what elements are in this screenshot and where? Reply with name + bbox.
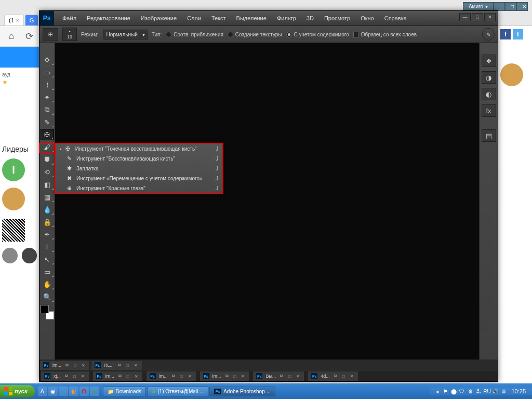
dodge-tool[interactable]: 🔒 <box>41 216 54 228</box>
ql-torrent-icon[interactable]: μ <box>90 387 99 396</box>
tray-icon[interactable]: ◂ <box>433 388 441 395</box>
radio-proximity[interactable]: Соотв. приближения <box>166 32 223 37</box>
zoom-tool[interactable]: 🔍 <box>41 291 54 302</box>
marquee-tool[interactable]: ▭ <box>41 66 54 78</box>
history-brush-tool[interactable]: ⟲ <box>41 166 54 178</box>
flyout-patch[interactable]: ✱ Заплатка J <box>56 164 222 174</box>
doc-tab[interactable]: Psim...⧉□✕ <box>200 371 250 381</box>
ps-canvas[interactable] <box>55 43 479 381</box>
tray-icon[interactable]: ⬤ <box>450 388 457 395</box>
menu-layer[interactable]: Слои <box>182 15 206 21</box>
spot-heal-tool[interactable]: ✠ <box>41 129 54 140</box>
taskbar-clock[interactable]: 10:25 <box>508 388 529 394</box>
tray-icon[interactable]: ⚙ <box>467 388 474 395</box>
flyout-red-eye[interactable]: ⊕ Инструмент "Красные глаза" J <box>56 183 222 193</box>
eyedropper-tool[interactable]: ✎ <box>41 116 54 128</box>
avatar[interactable] <box>22 248 37 263</box>
doc-tab[interactable]: Ps4d...⧉□✕ <box>308 371 358 381</box>
tray-lang-icon[interactable]: RU <box>483 388 490 395</box>
ps-maximize[interactable]: □ <box>472 13 483 21</box>
tab-restore-icon[interactable]: □ <box>73 363 77 368</box>
current-tool-icon[interactable]: ✠ <box>43 28 58 41</box>
magic-wand-tool[interactable]: ✦ <box>41 91 54 103</box>
facebook-icon[interactable]: f <box>500 29 511 39</box>
menu-select[interactable]: Выделение <box>231 15 272 21</box>
ql-chrome-icon[interactable]: ◉ <box>48 387 58 396</box>
checkbox-sample-all[interactable]: Образец со всех слоев <box>353 32 417 37</box>
ql-odnoklassniki-icon[interactable]: ◐ <box>69 387 78 396</box>
flyout-spot-healing[interactable]: ✠ Инструмент "Точечная восстанавливающая… <box>56 144 222 154</box>
taskbar-downloads[interactable]: 📁 Downloads <box>103 387 146 396</box>
avatar[interactable] <box>2 188 25 210</box>
pressure-icon[interactable]: ✎ <box>482 28 495 41</box>
color-swatches[interactable] <box>41 305 54 320</box>
amigo-minimize[interactable]: _ <box>494 2 505 11</box>
type-tool[interactable]: T <box>41 241 54 252</box>
tray-icon[interactable]: 🖧 <box>475 388 482 395</box>
blur-tool[interactable]: 💧 <box>41 204 54 215</box>
path-select-tool[interactable]: ↖ <box>41 254 54 265</box>
pen-tool[interactable]: ✒ <box>41 229 54 240</box>
ql-amigo-icon[interactable]: А <box>38 387 47 396</box>
amigo-maximize[interactable]: □ <box>505 2 516 11</box>
doc-tab[interactable]: Psim... ⧉ □ ✕ <box>39 360 90 370</box>
browser-tab-google[interactable]: G <box>25 15 39 25</box>
radio-content-aware[interactable]: С учетом содержимого <box>286 32 349 37</box>
menu-filter[interactable]: Фильтр <box>272 15 301 21</box>
adjustments-panel-icon[interactable]: ◐ <box>482 88 496 100</box>
tab-close-icon[interactable]: ✕ <box>81 363 86 368</box>
shape-tool[interactable]: ▭ <box>41 266 54 277</box>
styles-panel-icon[interactable]: fx <box>482 104 496 117</box>
gradient-tool[interactable]: ▦ <box>41 191 54 203</box>
avatar[interactable]: I <box>2 158 25 181</box>
amigo-menu[interactable]: Амиго ▾ <box>463 2 494 11</box>
doc-tab[interactable]: PsRL... ⧉□✕ <box>91 360 142 370</box>
doc-tab[interactable]: Psim...⧉□✕ <box>146 371 196 381</box>
tray-icon[interactable]: ⚑ <box>442 388 449 395</box>
flyout-healing-brush[interactable]: ✎ Инструмент "Восстанавливающая кисть" J <box>56 154 222 164</box>
radio-texture[interactable]: Создание текстуры <box>228 32 282 37</box>
hand-tool[interactable]: ✋ <box>41 278 54 290</box>
close-icon[interactable]: × <box>16 18 19 23</box>
ps-close[interactable]: ✕ <box>484 13 496 21</box>
menu-type[interactable]: Текст <box>206 15 231 21</box>
start-button[interactable]: пуск <box>0 385 35 397</box>
doc-tab[interactable]: Psim...⧉□✕ <box>92 371 143 381</box>
eraser-tool[interactable]: ◧ <box>41 179 54 190</box>
history-panel-icon[interactable]: ▤ <box>482 129 496 142</box>
tray-icon[interactable]: 🖥 <box>500 388 507 395</box>
browser-tab-1[interactable]: (1× <box>4 15 24 25</box>
mode-select[interactable]: Нормальный <box>103 30 148 39</box>
brush-size-preset[interactable]: • 19 <box>62 28 77 41</box>
ql-opera-icon[interactable]: O <box>79 387 89 396</box>
avatar[interactable] <box>500 63 523 86</box>
flyout-content-aware-move[interactable]: ✖ Инструмент «Перемещение с учетом содер… <box>56 174 222 183</box>
ql-skype-icon[interactable]: S <box>59 387 68 396</box>
menu-file[interactable]: Файл <box>57 15 82 21</box>
doc-tab[interactable]: PsВы...⧉□✕ <box>252 371 304 381</box>
ps-minimize[interactable]: — <box>459 13 471 21</box>
menu-view[interactable]: Просмотр <box>319 15 355 21</box>
avatar[interactable] <box>2 248 18 263</box>
menu-edit[interactable]: Редактирование <box>82 15 136 21</box>
move-tool[interactable]: ✥ <box>41 54 54 65</box>
tray-icon[interactable]: 🛡 <box>458 388 466 395</box>
reload-icon[interactable]: ⟳ <box>23 30 35 43</box>
menu-image[interactable]: Изображение <box>136 15 182 21</box>
tab-cascade-icon[interactable]: ⧉ <box>64 363 70 368</box>
lasso-tool[interactable]: ⌇ <box>41 79 54 90</box>
twitter-icon[interactable]: t <box>513 29 523 39</box>
amigo-close[interactable]: ✕ <box>516 2 528 11</box>
home-icon[interactable]: ⌂ <box>5 30 18 43</box>
menu-3d[interactable]: 3D <box>301 15 319 21</box>
layers-panel-icon[interactable]: ❖ <box>482 55 496 67</box>
doc-tab[interactable]: Psxj...⧉□✕ <box>41 371 89 381</box>
tray-volume-icon[interactable]: 🔊 <box>491 388 499 395</box>
channels-panel-icon[interactable]: ◑ <box>482 71 496 84</box>
taskbar-mail-answers[interactable]: А (1) Ответы@Mail.... <box>147 387 208 396</box>
taskbar-photoshop[interactable]: Ps Adobe Photoshop ... <box>209 387 275 396</box>
menu-window[interactable]: Окно <box>355 15 379 21</box>
crop-tool[interactable]: ⧉ <box>41 104 54 115</box>
stamp-tool[interactable]: ⛊ <box>41 154 54 165</box>
menu-help[interactable]: Справка <box>379 15 412 21</box>
